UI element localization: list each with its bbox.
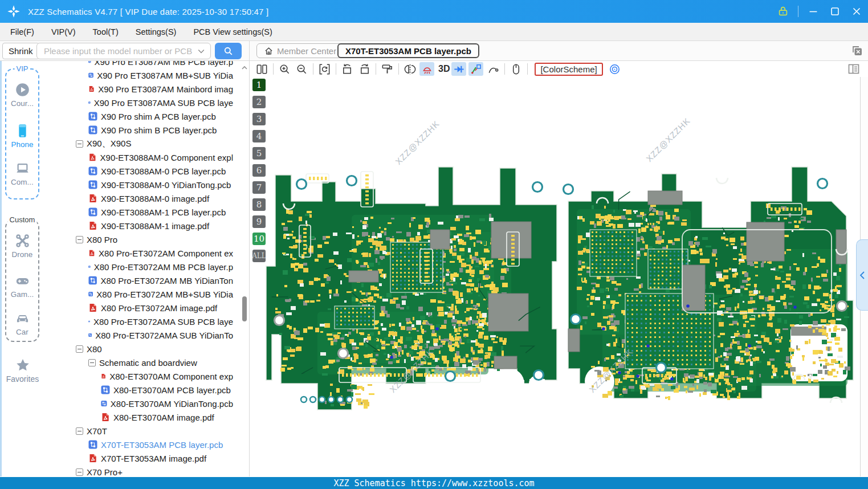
scroll-up-icon[interactable] [241,64,248,71]
collapse-toggle-icon[interactable] [76,427,83,435]
tree-item[interactable]: X80 Pro-ET3072AM image.pdf [45,301,233,315]
toolbar-zoom-in-icon[interactable] [277,62,292,76]
menu-item-5[interactable]: PCB View settings(S) [193,27,272,36]
sidebar-item-com[interactable]: Com... [6,161,38,186]
license-lock-icon[interactable] [776,5,790,18]
layer-button-1[interactable]: 1 [252,79,266,91]
tree-item[interactable]: X80 Pro-ET3072AMA SUB YiDianTo [45,328,233,342]
tree-item[interactable]: X90-ET3088AM-0 YiDianTong.pcb [45,178,233,191]
tree-item[interactable]: X90 Pro ET3087AM MB+SUB YiDia [45,68,233,82]
sidebar-item-car[interactable]: Car [6,311,38,336]
layer-button-6[interactable]: 6 [252,164,266,177]
tree-group[interactable]: Schematic and boardview [45,356,233,369]
toolbar-rotate-left-icon[interactable] [340,62,354,76]
close-button[interactable] [850,5,863,18]
toolbar-diode-icon[interactable] [451,62,466,76]
tree-item[interactable]: X90-ET3088AM-0 Component expl [45,150,233,164]
search-combobox[interactable]: Please input the model number or PCB [36,43,211,59]
tree-item[interactable]: X80-ET3070AM image.pdf [45,410,233,424]
layer-button-2[interactable]: 2 [252,96,266,108]
tree-item[interactable]: X80 Pro-ET3072AM Component ex [45,246,233,260]
tab-pcb-file[interactable]: X70T-ET3053AM PCB layer.pcb [337,43,479,58]
layer-button-5[interactable]: 5 [252,147,266,160]
toolbar-curve-icon[interactable] [486,62,500,76]
tree-item[interactable]: X90 Pro shim A PCB layer.pcb [45,109,233,123]
tree-item[interactable]: X90-ET3088AM-0 PCB layer.pcb [45,164,233,178]
toolbar-3d-button[interactable]: 3D [437,64,451,74]
search-button[interactable] [215,43,242,59]
layer-button-8[interactable]: 8 [252,198,266,211]
layer-button-7[interactable]: 7 [252,181,266,194]
sidebar-item-favorites[interactable]: Favorites [0,357,45,384]
toolbar-net-probe-icon[interactable] [468,62,483,76]
layer-button-9[interactable]: 9 [252,215,266,228]
layers-panel-toggle-icon[interactable] [847,62,861,76]
sidebar-item-gam[interactable]: Gam... [6,273,38,299]
gamepad-icon [15,273,30,288]
toolbar-zoom-out-icon[interactable] [294,62,309,76]
collapse-toggle-icon[interactable] [88,359,96,366]
tree-item[interactable]: X80-ET3070AM Component exp [45,369,233,383]
zoom-out-icon [295,63,308,76]
layer-button-3[interactable]: 3 [252,113,266,125]
toolbar-paint-roller-icon[interactable] [380,62,394,76]
menu-item-3[interactable]: Tool(T) [93,27,119,36]
tree-item[interactable]: X90 Pro ET3087AM Mainbord imag [45,82,233,96]
close-all-tabs-icon[interactable] [850,44,864,58]
pcb-board-canvas[interactable]: XZZ@XZZHKXZZ@XZZHKXZZ@XZZHKXZZ@XZZHK [249,77,868,476]
sidebar-item-cour[interactable]: Cour... [6,82,38,108]
maximize-button[interactable] [828,5,842,18]
layer-button-all[interactable]: ALL [252,250,266,262]
toolbar-split-view-icon[interactable] [254,62,269,76]
tree-item[interactable]: X90 Pro ET3087AMA SUB PCB laye [45,96,233,109]
tree-item[interactable]: X90-ET3088AM-0 image.pdf [45,191,233,205]
shrink-button[interactable]: Shrink [2,43,39,59]
tree-scrollbar[interactable] [241,61,248,476]
tree-item[interactable]: X90 Pro shim B PCB layer.pcb [45,123,233,137]
minimize-button[interactable] [806,5,820,18]
toolbar-mouse-icon[interactable] [508,62,523,76]
tree-item[interactable]: X70T-ET3053AM image.pdf [45,451,233,465]
panel-expand-handle[interactable] [856,239,868,311]
toolbar-lamp-icon[interactable] [419,62,434,76]
sidebar-item-drone[interactable]: Drone [6,233,38,259]
layer-button-4[interactable]: 4 [252,130,266,142]
tree-item[interactable]: X90 Pro ET3087AM MB PCB layer.p [45,61,233,68]
tree-group[interactable]: X70 Pro+ [45,465,233,476]
tree-item[interactable]: X90-ET3088AM-1 image.pdf [45,219,233,233]
collapse-toggle-icon[interactable] [76,236,83,243]
collapse-toggle-icon[interactable] [76,468,83,476]
tree-item[interactable]: X80-ET3070AM PCB layer.pcb [45,383,233,397]
menu-item-2[interactable]: VIP(V) [51,27,76,36]
layer-button-10[interactable]: 10 [252,233,266,245]
tree-item-label: X70T-ET3053AM PCB layer.pcb [101,440,223,450]
tree-group[interactable]: X90、X90S [45,137,233,150]
color-scheme-button[interactable]: [ColorScheme] [535,63,602,76]
split-view-icon [255,63,268,76]
sidebar-item-phone[interactable]: Phone [6,123,38,149]
tree-group[interactable]: X80 [45,342,233,356]
tree-item[interactable]: X90-ET3088AM-1 PCB layer.pcb [45,205,233,219]
tree-item[interactable]: X80 Pro-ET3072AM MB YiDianTon [45,274,233,287]
toolbar-separator [398,63,399,75]
tree-group[interactable]: X70T [45,424,233,438]
chevron-left-icon [859,271,865,279]
tree-group[interactable]: X80 Pro [45,233,233,246]
toolbar-target-circles-icon[interactable] [608,62,622,76]
tree-item[interactable]: X70T-ET3053AM PCB layer.pcb [45,438,233,451]
toolbar-rotate-right-icon[interactable] [357,62,372,76]
favorites-label: Favorites [6,374,39,384]
chevron-down-icon[interactable] [197,47,206,56]
tree-item[interactable]: X80 Pro-ET3072AM MB+SUB YiDia [45,287,233,301]
tree-item[interactable]: X80 Pro-ET3072AMA SUB PCB laye [45,315,233,328]
tree-item[interactable]: X80 Pro-ET3072AM MB PCB layer.p [45,260,233,274]
tree-scroll-thumb[interactable] [242,296,247,321]
toolbar-mirror-flip-icon[interactable] [402,62,417,76]
collapse-toggle-icon[interactable] [76,140,83,148]
toolbar-fit-refresh-icon[interactable] [317,62,332,76]
tree-item[interactable]: X80-ET3070AM YiDianTong.pcb [45,397,233,410]
menu-item-4[interactable]: Settings(S) [136,27,177,36]
collapse-toggle-icon[interactable] [76,345,83,353]
tab-member-center[interactable]: Member Center [256,43,344,58]
menu-item-1[interactable]: File(F) [10,27,34,36]
